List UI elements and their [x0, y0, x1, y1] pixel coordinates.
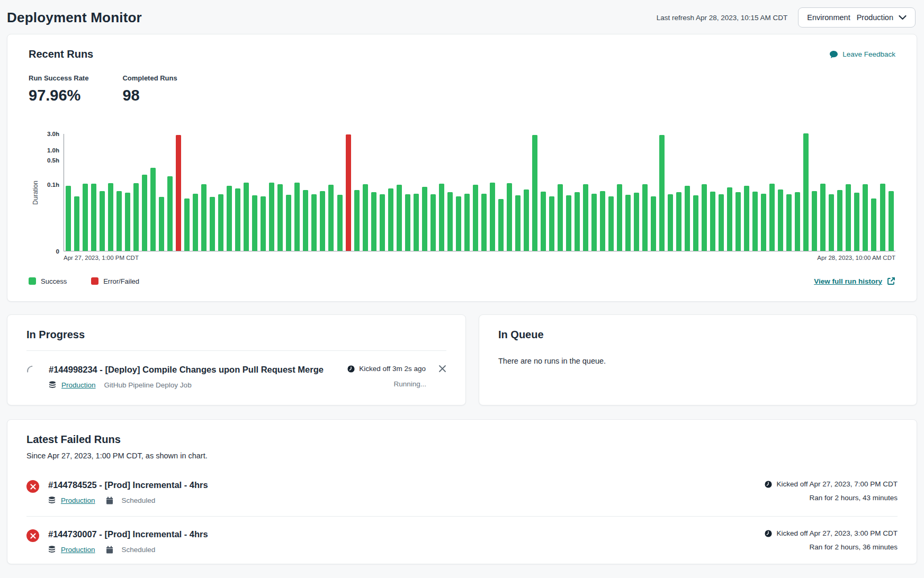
- run-bar-success[interactable]: [541, 192, 546, 251]
- run-bar-success[interactable]: [91, 184, 96, 251]
- run-bar-success[interactable]: [625, 195, 631, 251]
- run-bar-success[interactable]: [744, 186, 749, 251]
- view-full-run-history-link[interactable]: View full run history: [814, 277, 895, 285]
- run-bar-success[interactable]: [735, 192, 741, 251]
- run-bar-success[interactable]: [558, 184, 563, 251]
- run-bar-success[interactable]: [261, 196, 266, 251]
- run-bar-success[interactable]: [447, 192, 453, 251]
- run-bar-success[interactable]: [803, 133, 809, 251]
- run-bar-success[interactable]: [320, 191, 325, 251]
- run-bar-success[interactable]: [201, 184, 207, 251]
- run-bar-success[interactable]: [116, 191, 122, 251]
- run-bar-success[interactable]: [167, 176, 173, 251]
- run-bar-success[interactable]: [702, 184, 707, 251]
- run-bar-success[interactable]: [397, 185, 402, 251]
- run-bar-success[interactable]: [668, 194, 673, 251]
- run-bar-success[interactable]: [812, 191, 817, 251]
- leave-feedback-link[interactable]: Leave Feedback: [829, 50, 895, 59]
- run-bar-success[interactable]: [159, 197, 164, 251]
- run-bar-success[interactable]: [829, 194, 834, 251]
- run-bar-success[interactable]: [303, 190, 308, 251]
- run-bar-success[interactable]: [575, 192, 580, 251]
- run-bar-success[interactable]: [769, 184, 775, 251]
- run-bar-success[interactable]: [354, 190, 360, 251]
- run-bar-success[interactable]: [481, 194, 487, 251]
- environment-link[interactable]: Production: [61, 546, 95, 554]
- run-bar-success[interactable]: [227, 186, 232, 251]
- run-bar-success[interactable]: [473, 185, 478, 251]
- run-bar-success[interactable]: [210, 197, 215, 251]
- run-bar-success[interactable]: [193, 194, 198, 251]
- run-bar-success[interactable]: [74, 196, 79, 251]
- run-bar-success[interactable]: [846, 184, 851, 251]
- run-bar-success[interactable]: [889, 191, 894, 251]
- run-bar-success[interactable]: [752, 192, 758, 251]
- run-bar-success[interactable]: [490, 183, 495, 251]
- run-bar-success[interactable]: [464, 194, 470, 251]
- run-bar-success[interactable]: [515, 195, 521, 251]
- run-bar-success[interactable]: [591, 194, 597, 251]
- run-bar-success[interactable]: [507, 183, 512, 251]
- run-bar-success[interactable]: [108, 183, 113, 251]
- run-bar-success[interactable]: [269, 183, 274, 251]
- run-bar-success[interactable]: [286, 195, 291, 251]
- run-bar-success[interactable]: [277, 184, 283, 251]
- run-bar-success[interactable]: [363, 184, 368, 251]
- run-bar-success[interactable]: [880, 184, 885, 251]
- run-bar-success[interactable]: [405, 194, 410, 251]
- run-bar-success[interactable]: [388, 188, 393, 251]
- environment-select[interactable]: Environment Production: [798, 7, 916, 28]
- run-bar-success[interactable]: [778, 189, 783, 251]
- run-bar-success[interactable]: [871, 198, 876, 251]
- run-bar-success[interactable]: [710, 192, 715, 251]
- run-bar-success[interactable]: [549, 196, 554, 251]
- run-bar-success[interactable]: [244, 183, 249, 251]
- run-bar-success[interactable]: [795, 192, 800, 251]
- run-bar-success[interactable]: [252, 195, 257, 251]
- run-bar-success[interactable]: [676, 192, 681, 251]
- run-bar-success[interactable]: [235, 188, 240, 251]
- run-bar-success[interactable]: [100, 191, 105, 251]
- environment-link[interactable]: Production: [61, 496, 95, 504]
- run-bar-success[interactable]: [524, 189, 529, 251]
- run-bar-success[interactable]: [608, 196, 614, 251]
- run-bar-success[interactable]: [133, 183, 139, 251]
- run-bar-success[interactable]: [617, 184, 622, 251]
- run-bar-success[interactable]: [371, 192, 376, 251]
- run-bar-success[interactable]: [456, 196, 461, 251]
- run-bar-success[interactable]: [820, 184, 826, 251]
- run-bar-success[interactable]: [328, 185, 334, 251]
- run-bar-success[interactable]: [142, 175, 147, 251]
- run-bar-success[interactable]: [727, 187, 732, 251]
- run-bar-success[interactable]: [83, 184, 88, 251]
- run-bar-success[interactable]: [693, 195, 698, 251]
- run-bar-success[interactable]: [566, 195, 571, 251]
- run-bar-success[interactable]: [651, 196, 656, 251]
- run-bar-success[interactable]: [685, 186, 690, 251]
- run-bar-success[interactable]: [659, 135, 665, 251]
- run-bar-failed[interactable]: [176, 135, 181, 251]
- run-bar-success[interactable]: [422, 187, 427, 251]
- run-bar-success[interactable]: [837, 190, 842, 251]
- run-bar-success[interactable]: [125, 193, 130, 251]
- run-bar-success[interactable]: [854, 193, 859, 251]
- run-bar-success[interactable]: [380, 194, 385, 251]
- run-bar-success[interactable]: [532, 135, 537, 251]
- run-bar-success[interactable]: [414, 194, 419, 251]
- run-bar-success[interactable]: [642, 184, 648, 251]
- run-bar-success[interactable]: [311, 194, 317, 251]
- run-bar-success[interactable]: [863, 184, 868, 251]
- run-bar-success[interactable]: [66, 186, 71, 251]
- run-bar-success[interactable]: [600, 191, 605, 251]
- run-bar-success[interactable]: [430, 194, 436, 251]
- run-bar-success[interactable]: [439, 184, 444, 251]
- run-bar-success[interactable]: [583, 184, 588, 251]
- run-bar-success[interactable]: [786, 194, 792, 251]
- run-bar-success[interactable]: [719, 194, 724, 251]
- run-bar-failed[interactable]: [346, 134, 351, 251]
- close-icon[interactable]: [438, 365, 446, 373]
- run-bar-success[interactable]: [184, 198, 190, 251]
- run-bar-success[interactable]: [294, 183, 300, 251]
- run-bar-success[interactable]: [761, 194, 766, 251]
- run-bar-success[interactable]: [218, 194, 223, 251]
